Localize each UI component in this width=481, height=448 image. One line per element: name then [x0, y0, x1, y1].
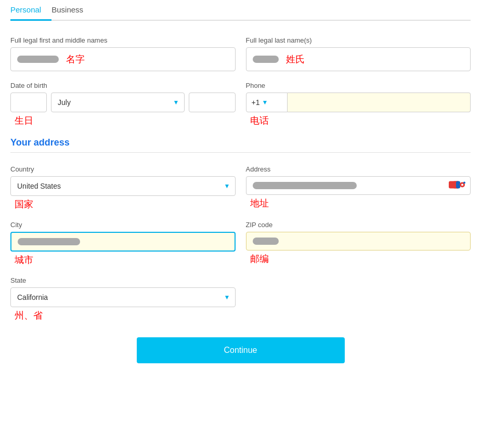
city-input[interactable]	[10, 232, 236, 252]
phone-row: +1 ▼	[246, 93, 471, 112]
country-chinese: 国家	[15, 199, 33, 209]
country-select-wrapper: United States Canada United Kingdom ▼	[10, 176, 236, 196]
svg-point-5	[463, 182, 465, 184]
tab-personal[interactable]: Personal	[10, 0, 51, 21]
phone-group: Phone +1 ▼ 电话	[246, 82, 471, 127]
zip-group: ZIP code 邮编	[246, 221, 471, 266]
state-label: State	[10, 276, 236, 284]
address-input-wrapper	[246, 176, 471, 195]
address-autocomplete-icon	[449, 180, 465, 192]
address-input[interactable]	[246, 176, 471, 195]
phone-code-text: +1	[252, 98, 260, 107]
svg-rect-2	[456, 181, 460, 189]
svg-point-4	[461, 184, 463, 186]
country-group: Country United States Canada United King…	[10, 165, 236, 210]
address-group: Address 地址	[246, 165, 471, 210]
city-group: City 城市	[10, 221, 236, 266]
continue-button[interactable]: Continue	[137, 337, 345, 363]
last-name-input[interactable]: 姓氏	[246, 47, 471, 71]
last-name-chinese: 姓氏	[286, 53, 305, 65]
first-name-redacted	[17, 56, 59, 63]
zip-input[interactable]	[246, 232, 471, 251]
country-label: Country	[10, 165, 236, 173]
name-row: Full legal first and middle names 名字 Ful…	[10, 36, 471, 71]
dob-chinese: 生日	[15, 115, 33, 126]
address-heading-text: Your address	[10, 137, 70, 148]
address-section-heading: Your address	[10, 137, 471, 148]
state-group: State Alabama Alaska Arizona Arkansas Ca…	[10, 276, 236, 322]
tab-business[interactable]: Business	[51, 0, 94, 21]
dob-year-input[interactable]	[189, 93, 236, 112]
first-name-chinese: 名字	[66, 53, 85, 65]
dob-day-input[interactable]	[10, 93, 47, 112]
city-zip-row: City 城市 ZIP code 邮编	[10, 221, 471, 266]
phone-chinese: 电话	[250, 115, 269, 126]
first-name-label: Full legal first and middle names	[10, 36, 236, 44]
zip-chinese: 邮编	[250, 254, 269, 264]
city-redacted	[18, 238, 80, 245]
last-name-redacted	[253, 56, 279, 63]
dob-month-select[interactable]: January February March April May June Ju…	[51, 93, 185, 112]
continue-label: Continue	[224, 346, 257, 354]
last-name-label: Full legal last name(s)	[246, 36, 471, 44]
address-label: Address	[246, 165, 471, 173]
phone-label: Phone	[246, 82, 471, 89]
dob-phone-row: Date of birth January February March Apr…	[10, 82, 471, 127]
state-spacer	[246, 276, 471, 322]
city-chinese: 城市	[15, 255, 33, 265]
address-chinese: 地址	[250, 198, 269, 208]
state-select[interactable]: Alabama Alaska Arizona Arkansas Californ…	[10, 287, 236, 307]
dob-row: January February March April May June Ju…	[10, 93, 236, 112]
tab-personal-label: Personal	[10, 5, 41, 14]
phone-code-chevron: ▼	[262, 99, 268, 106]
state-chinese: 州、省	[15, 310, 43, 321]
last-name-group: Full legal last name(s) 姓氏	[246, 36, 471, 71]
country-address-row: Country United States Canada United King…	[10, 165, 471, 210]
first-name-group: Full legal first and middle names 名字	[10, 36, 236, 71]
tab-bar: Personal Business	[10, 0, 471, 21]
zip-redacted	[253, 238, 279, 245]
state-select-wrapper: Alabama Alaska Arizona Arkansas Californ…	[10, 287, 236, 307]
tab-business-label: Business	[51, 5, 83, 14]
dob-group: Date of birth January February March Apr…	[10, 82, 236, 127]
state-row: State Alabama Alaska Arizona Arkansas Ca…	[10, 276, 471, 322]
country-select[interactable]: United States Canada United Kingdom	[10, 176, 236, 196]
first-name-input[interactable]: 名字	[10, 47, 236, 71]
address-divider	[10, 152, 471, 153]
zip-label: ZIP code	[246, 221, 471, 229]
phone-country-code-selector[interactable]: +1 ▼	[246, 93, 288, 112]
phone-number-input[interactable]	[288, 93, 471, 112]
dob-label: Date of birth	[10, 82, 236, 89]
city-label: City	[10, 221, 236, 229]
address-redacted	[253, 182, 357, 189]
dob-month-wrapper: January February March April May June Ju…	[51, 93, 185, 112]
